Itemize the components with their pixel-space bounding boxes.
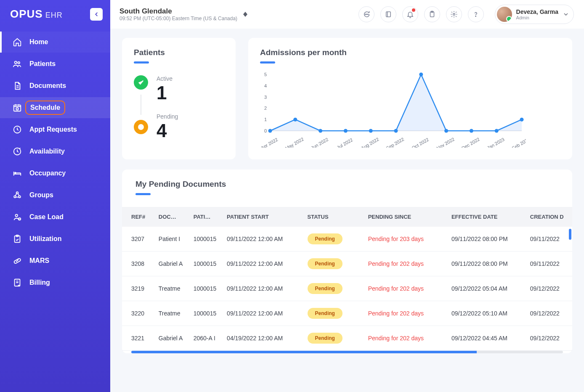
sidebar-item-billing[interactable]: Billing [0, 272, 110, 293]
table-header[interactable]: EFFECTIVE DATE [448, 207, 527, 227]
table-cell: Pending for 202 days [365, 326, 448, 351]
active-value: 1 [157, 84, 178, 102]
home-icon [13, 37, 22, 47]
sidebar-item-mars[interactable]: MARS [0, 250, 110, 271]
tasks-button[interactable] [424, 6, 440, 22]
check-icon [137, 79, 145, 86]
sidebar-item-case-load[interactable]: Case Load [0, 207, 110, 228]
chat-button[interactable] [358, 6, 374, 22]
svg-point-36 [369, 129, 373, 133]
availability-icon [13, 147, 22, 156]
svg-text:4: 4 [264, 83, 267, 88]
table-row[interactable]: 3221Gabriel A2060-A I04/19/2022 12:00 AM… [122, 326, 572, 351]
svg-text:Oct 2022: Oct 2022 [411, 137, 430, 148]
settings-button[interactable] [446, 6, 462, 22]
svg-text:Jan 2023: Jan 2023 [486, 137, 505, 148]
table-header[interactable]: PATI… [190, 207, 223, 227]
brand-light: EHR [45, 11, 63, 20]
sidebar-item-patients[interactable]: Patients [0, 53, 110, 74]
table-cell: 3221 [122, 326, 155, 351]
card-underline [135, 193, 151, 195]
svg-text:Aug 2022: Aug 2022 [360, 137, 380, 148]
topbar: South Glendale 09:52 PM (UTC-05:00) East… [110, 0, 584, 29]
table-cell: Pending for 203 days [365, 227, 448, 252]
help-button[interactable] [468, 6, 484, 22]
svg-point-3 [16, 108, 19, 110]
book-button[interactable] [380, 6, 396, 22]
svg-point-35 [344, 129, 348, 133]
book-icon [385, 11, 392, 18]
groups-icon [13, 191, 22, 200]
sidebar-item-documents[interactable]: Documents [0, 75, 110, 96]
vertical-scroll-indicator[interactable] [569, 229, 571, 240]
location-selector[interactable]: South Glendale 09:52 PM (UTC-05:00) East… [119, 7, 247, 21]
clock-icon [137, 123, 145, 131]
sidebar-collapse-button[interactable] [90, 8, 103, 21]
sidebar-item-groups[interactable]: Groups [0, 185, 110, 206]
sidebar-item-label: Groups [29, 191, 53, 199]
table-header[interactable]: STATUS [304, 207, 365, 227]
svg-point-41 [495, 129, 499, 133]
pending-badge [134, 120, 148, 134]
card-underline [260, 61, 275, 64]
svg-point-7 [16, 192, 19, 194]
sidebar-item-label: Occupancy [29, 170, 66, 177]
card-underline [134, 61, 149, 64]
pending-docs-card: My Pending Documents REF#DOC…PATI…PATIEN… [122, 170, 572, 353]
clock-icon [13, 125, 22, 134]
chat-icon [363, 11, 370, 18]
sidebar-item-label: Case Load [29, 213, 64, 221]
table-cell: 09/12/2022 [527, 301, 572, 326]
horizontal-scroll-indicator[interactable] [131, 351, 563, 353]
pill-icon [13, 256, 22, 265]
svg-point-34 [319, 129, 322, 133]
avatar [497, 7, 512, 22]
svg-text:Dec 2022: Dec 2022 [461, 137, 480, 148]
svg-point-39 [444, 129, 448, 133]
arrow-left-icon [93, 11, 99, 17]
table-cell: Pending for 202 days [365, 252, 448, 276]
svg-text:5: 5 [264, 72, 267, 77]
users-icon [13, 59, 22, 69]
table-header[interactable]: REF# [122, 207, 155, 227]
table-cell: Pending [304, 252, 365, 276]
table-row[interactable]: 3219Treatme100001509/11/2022 12:00 AMPen… [122, 276, 572, 301]
svg-point-16 [365, 14, 366, 15]
pending-label: Pending [157, 113, 178, 120]
sidebar-item-schedule[interactable]: Schedule [0, 97, 110, 118]
bell-icon [406, 11, 414, 18]
table-cell: Pending for 202 days [365, 301, 448, 326]
table-cell: 09/11/2022 12:00 AM [223, 252, 304, 276]
user-role: Admin [516, 15, 558, 20]
table-row[interactable]: 3208Gabriel A100001509/11/2022 12:00 AMP… [122, 252, 572, 276]
sidebar-item-occupancy[interactable]: Occupancy [0, 163, 110, 184]
user-menu[interactable]: Deveza, Garma Admin [495, 5, 574, 24]
table-row[interactable]: 3220Treatme100001509/11/2022 12:00 AMPen… [122, 301, 572, 326]
table-header[interactable]: PATIENT START [223, 207, 304, 227]
sidebar-item-home[interactable]: Home [0, 32, 110, 53]
table-row[interactable]: 3207Patient I100001509/11/2022 12:00 AMP… [122, 227, 572, 252]
svg-point-37 [394, 129, 398, 133]
case-icon [13, 212, 22, 222]
svg-text:Nov 2022: Nov 2022 [435, 137, 455, 148]
svg-point-18 [368, 14, 369, 15]
sidebar-item-utilization[interactable]: Utilization [0, 228, 110, 249]
table-cell: 3219 [122, 276, 155, 301]
sidebar-item-appt-requests[interactable]: Appt Requests [0, 119, 110, 140]
sidebar-item-label: Appt Requests [29, 126, 77, 133]
help-icon [472, 11, 480, 18]
table-cell: 09/11/2022 12:00 AM [223, 301, 304, 326]
svg-point-38 [419, 73, 423, 77]
notifications-button[interactable] [402, 6, 418, 22]
table-cell: Pending [304, 326, 365, 351]
table-header[interactable]: CREATION D [527, 207, 572, 227]
chevron-down-icon [563, 11, 569, 18]
table-header[interactable]: PENDING SINCE [365, 207, 448, 227]
table-header[interactable]: DOC… [155, 207, 190, 227]
svg-point-17 [366, 14, 367, 15]
card-title: Admissions per month [260, 48, 560, 57]
table-cell: 09/11/2022 12:00 AM [223, 227, 304, 252]
sidebar-item-availability[interactable]: Availability [0, 141, 110, 162]
table-cell: 1000015 [190, 252, 223, 276]
status-badge: Pending [308, 308, 342, 319]
